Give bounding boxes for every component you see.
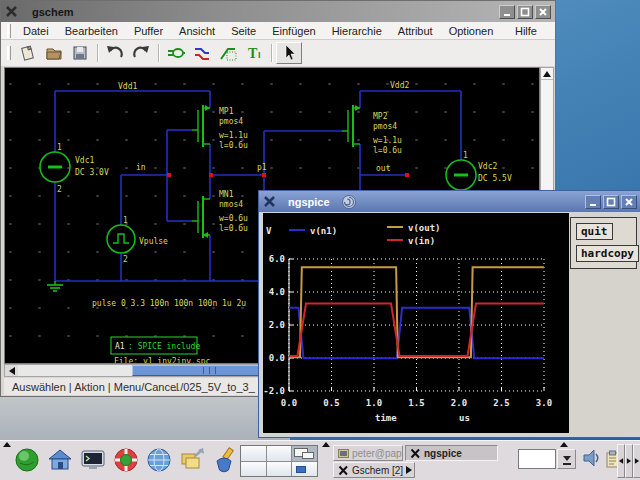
file-stack-launcher[interactable]	[177, 445, 207, 475]
terminal-icon	[338, 448, 349, 459]
pager-desktop-5[interactable]	[267, 462, 292, 477]
schematic-label: MP1	[219, 107, 234, 116]
run-command-input[interactable]	[518, 449, 556, 469]
task-button-gschem-2[interactable]: Gschem [2]	[333, 462, 415, 478]
save-icon	[70, 43, 90, 63]
desktop-brush-launcher[interactable]	[210, 445, 240, 475]
source-vdc1[interactable]	[40, 152, 70, 182]
desktop-pager[interactable]	[240, 445, 318, 477]
minimize-button[interactable]	[585, 195, 601, 209]
svg-text:I: I	[258, 50, 261, 60]
panel-expand-arrow[interactable]	[3, 442, 11, 447]
applet-hide-handle[interactable]	[617, 444, 625, 478]
open-folder-icon	[44, 43, 64, 63]
task-button-ngspice[interactable]: ngspice	[405, 445, 498, 461]
task-label: peter@pap	[352, 448, 402, 459]
panel-expand-arrow[interactable]	[560, 442, 568, 447]
x-tick-label: 3.0	[536, 398, 552, 408]
menu-item-puffer[interactable]: Puffer	[126, 25, 171, 37]
menu-item-ansicht[interactable]: Ansicht	[171, 25, 223, 37]
menu-item-seite[interactable]: Seite	[223, 25, 264, 37]
applet-hide-handle[interactable]	[625, 444, 633, 478]
scroll-up-arrow[interactable]	[541, 68, 553, 80]
web-browser-launcher[interactable]	[144, 445, 174, 475]
menu-item-optionen[interactable]: Optionen	[441, 25, 502, 37]
task-label: Gschem [2]	[352, 465, 403, 476]
quit-button[interactable]: quit	[576, 223, 613, 240]
ngspice-window-title: ngspice	[288, 196, 330, 208]
suse-menu-launcher[interactable]	[12, 445, 42, 475]
menu-item-datei[interactable]: Datei	[15, 25, 57, 37]
menu-item-bearbeiten[interactable]: Bearbeiten	[57, 25, 126, 37]
menu-item-hilfe[interactable]: Hilfe	[507, 25, 545, 37]
panel-expand-arrow[interactable]	[322, 442, 330, 447]
menu-item-einf-gen[interactable]: Einfügen	[264, 25, 323, 37]
transistor-mn1[interactable]	[192, 196, 210, 238]
ngspice-titlebar[interactable]: ngspice	[259, 191, 640, 212]
close-button[interactable]	[535, 5, 551, 19]
transistor-mp2[interactable]	[342, 105, 360, 147]
minimize-button[interactable]	[499, 5, 515, 19]
add-text-icon: TI	[244, 43, 264, 63]
schematic-label: Vpulse	[139, 237, 168, 246]
add-text-button[interactable]: TI	[241, 42, 267, 64]
toolbar-gripper[interactable]	[7, 46, 11, 60]
hardcopy-button[interactable]: hardcopy	[576, 245, 639, 262]
schematic-label: pulse 0 3.3 100n 100n 100n 1u 2u	[92, 299, 246, 308]
scroll-left-arrow[interactable]	[5, 365, 18, 376]
x-axis-label: time	[375, 413, 397, 423]
add-bus-button[interactable]	[215, 42, 241, 64]
open-folder-button[interactable]	[41, 42, 67, 64]
home-folder-launcher[interactable]	[45, 445, 75, 475]
pager-desktop-4[interactable]	[241, 462, 266, 477]
transistor-mp1[interactable]	[192, 105, 210, 147]
applet-hide-handle[interactable]	[633, 444, 640, 478]
window-list-pennant	[406, 466, 412, 474]
select-pointer-button[interactable]	[276, 42, 302, 64]
help-center-launcher[interactable]	[111, 445, 141, 475]
ground-symbol[interactable]	[47, 281, 63, 291]
select-pointer-icon	[279, 43, 299, 63]
gschem-titlebar[interactable]: gschem	[1, 1, 555, 22]
pager-desktop-3[interactable]	[292, 446, 317, 461]
source-vpulse[interactable]	[107, 225, 135, 253]
menu-item-hierarchie[interactable]: Hierarchie	[324, 25, 390, 37]
maximize-button[interactable]	[603, 195, 619, 209]
y-tick-label: -2.0	[263, 386, 285, 396]
schematic-label: MP2	[373, 112, 388, 121]
schematic-label: l=0.6u	[219, 224, 248, 233]
new-file-button[interactable]	[15, 42, 41, 64]
add-net-button[interactable]	[189, 42, 215, 64]
schematic-label: MN1	[219, 190, 234, 199]
net-junction-dot	[262, 173, 266, 177]
add-component-button[interactable]	[163, 42, 189, 64]
pager-desktop-1[interactable]	[241, 446, 266, 461]
redo-button[interactable]	[128, 42, 154, 64]
konsole-launcher[interactable]	[78, 445, 108, 475]
ngspice-swirl-icon	[340, 194, 358, 210]
x-tick-label: 1.5	[408, 398, 424, 408]
pager-desktop-2[interactable]	[267, 446, 292, 461]
undo-icon	[105, 43, 125, 63]
schematic-label: DC 5.5V	[478, 174, 512, 183]
task-button-peter-pap[interactable]: peter@pap	[333, 445, 403, 461]
maximize-button[interactable]	[517, 5, 533, 19]
status-filename-text: .../025_5V_to_3_	[171, 381, 255, 393]
menu-item-attribut[interactable]: Attribut	[390, 25, 441, 37]
x-tick-label: 2.5	[493, 398, 509, 408]
combo-dropdown-button[interactable]	[557, 449, 576, 469]
help-center-icon	[112, 446, 140, 474]
ngspice-body: 0.00.51.01.52.02.53.06.04.02.00.0-2.0Vv(…	[262, 213, 640, 436]
x-tick-label: 0.0	[281, 398, 297, 408]
volume-tray-icon[interactable]	[582, 447, 602, 473]
undo-button[interactable]	[102, 42, 128, 64]
down-arrow-icon	[561, 453, 573, 466]
menubar-gripper[interactable]	[7, 24, 11, 38]
close-button[interactable]	[621, 195, 637, 209]
source-vdc2[interactable]	[446, 160, 476, 190]
add-component-icon	[166, 43, 186, 63]
x11-logo-icon	[5, 5, 18, 18]
save-button[interactable]	[67, 42, 93, 64]
pager-desktop-6[interactable]	[292, 462, 317, 477]
schematic-label: nmos4	[219, 200, 243, 209]
